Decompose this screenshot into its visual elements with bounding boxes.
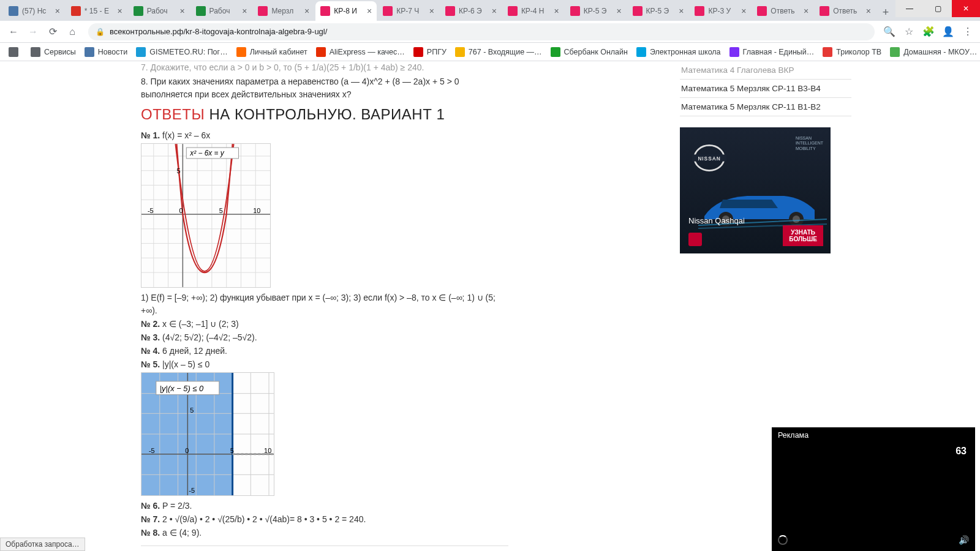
tab-close-icon[interactable]: × bbox=[616, 6, 621, 16]
bookmark-star-icon[interactable]: ☆ bbox=[902, 24, 916, 39]
bookmark-item-8[interactable]: Электронная школа bbox=[633, 45, 725, 59]
nav-forward-button[interactable]: → bbox=[24, 23, 42, 40]
tab-close-icon[interactable]: × bbox=[367, 6, 372, 16]
profile-avatar-icon[interactable]: 👤 bbox=[941, 24, 956, 39]
window-minimize-button[interactable]: — bbox=[895, 0, 924, 17]
ad-red-square-icon bbox=[688, 233, 702, 246]
toolbar-right-icons: 🔍 ☆ 🧩 👤 ⋮ bbox=[882, 24, 975, 39]
ad-cta-button[interactable]: УЗНАТЬБОЛЬШЕ bbox=[783, 225, 823, 246]
bookmark-item-10[interactable]: Триколор ТВ bbox=[819, 45, 885, 59]
browser-tab-6[interactable]: КР-7 Ч× bbox=[378, 1, 439, 21]
bookmark-item-2[interactable]: GISMETEO.RU: Пог… bbox=[132, 45, 231, 59]
page-viewport: 7. Докажите, что если a > 0 и b > 0, то … bbox=[0, 61, 980, 551]
tab-favicon-icon bbox=[633, 6, 643, 16]
tab-close-icon[interactable]: × bbox=[179, 6, 184, 16]
bookmark-favicon-icon bbox=[823, 47, 832, 57]
url-text: всеконтрольные.рф/kr-8-itogovaja-kontrol… bbox=[110, 27, 327, 36]
nav-reload-button[interactable]: ⟳ bbox=[44, 23, 61, 40]
browser-tab-12[interactable]: Ответь× bbox=[752, 1, 813, 21]
tab-title: КР-8 И bbox=[334, 7, 364, 15]
answer-8-line: № 8. a ∈ (4; 9). bbox=[141, 527, 508, 539]
bookmark-label: Электронная школа bbox=[650, 48, 721, 56]
tab-close-icon[interactable]: × bbox=[492, 6, 497, 16]
tab-close-icon[interactable]: × bbox=[554, 6, 559, 16]
bookmark-item-3[interactable]: Личный кабинет bbox=[233, 45, 311, 59]
browser-tab-9[interactable]: КР-5 Э× bbox=[565, 1, 627, 21]
sidebar-link-1[interactable]: Математика 5 Мерзляк СР-11 В3-В4 bbox=[680, 80, 851, 98]
bookmark-label: Новости bbox=[98, 48, 127, 56]
new-tab-button[interactable]: + bbox=[877, 4, 894, 21]
ad-tagline: NISSAN INTELLIGENT MOBILITY bbox=[796, 136, 823, 151]
tab-favicon-icon bbox=[383, 6, 393, 16]
tab-close-icon[interactable]: × bbox=[866, 6, 871, 16]
volume-icon[interactable]: 🔊 bbox=[959, 535, 969, 545]
tab-title: КР-4 Н bbox=[521, 7, 552, 15]
tab-close-icon[interactable]: × bbox=[429, 6, 434, 16]
svg-text:x² − 6x = y: x² − 6x = y bbox=[189, 149, 225, 157]
bookmark-item-4[interactable]: AliExpress — качес… bbox=[312, 45, 409, 59]
sidebar-ad[interactable]: NISSAN NISSAN INTELLIGENT MOBILITY Nissa… bbox=[680, 127, 831, 253]
tab-title: Ответь bbox=[833, 7, 864, 15]
tab-strip: (57) Нс×* 15 - Е×Рабоч×Рабоч×Мерзл×КР-8 … bbox=[0, 0, 980, 21]
tab-close-icon[interactable]: × bbox=[55, 6, 60, 16]
address-bar[interactable]: 🔒 всеконтрольные.рф/kr-8-itogovaja-kontr… bbox=[88, 23, 875, 40]
bookmark-favicon-icon bbox=[413, 47, 423, 57]
video-countdown: 63 bbox=[956, 446, 967, 457]
bookmark-item-11[interactable]: Домашняя - МКОУ… bbox=[886, 45, 980, 59]
window-controls: — ▢ ✕ bbox=[895, 0, 980, 17]
answer-1-details: 1) E(f) = [–9; +∞); 2) функция убывает п… bbox=[141, 291, 508, 317]
browser-tab-10[interactable]: КР-5 Э× bbox=[628, 1, 689, 21]
bookmark-item-7[interactable]: Сбербанк Онлайн bbox=[547, 45, 631, 59]
bookmark-favicon-icon bbox=[551, 47, 560, 57]
bookmark-item-6[interactable]: 767 - Входящие —… bbox=[451, 45, 546, 59]
tab-close-icon[interactable]: × bbox=[242, 6, 247, 16]
browser-tab-13[interactable]: Ответь× bbox=[815, 1, 876, 21]
bookmark-favicon-icon bbox=[890, 47, 900, 57]
answer-3-line: № 3. (4√2; 5√2); (–4√2; –5√2). bbox=[141, 331, 508, 344]
sidebar-link-0[interactable]: Математика 4 Глаголева ВКР bbox=[680, 61, 851, 80]
tab-close-icon[interactable]: × bbox=[118, 6, 123, 16]
browser-tab-1[interactable]: * 15 - Е× bbox=[66, 1, 127, 21]
svg-text:0: 0 bbox=[179, 207, 183, 214]
nav-back-button[interactable]: ← bbox=[5, 23, 22, 40]
bookmark-item-9[interactable]: Главная - Единый… bbox=[726, 45, 818, 59]
browser-tab-2[interactable]: Рабоч× bbox=[129, 1, 190, 21]
kebab-menu-icon[interactable]: ⋮ bbox=[960, 24, 975, 39]
bookmark-item-1[interactable]: Новости bbox=[81, 45, 131, 59]
problem-7-text: 7. Докажите, что если a > 0 и b > 0, то … bbox=[141, 61, 508, 74]
browser-tab-11[interactable]: КР-3 У× bbox=[690, 1, 751, 21]
extensions-icon[interactable]: 🧩 bbox=[921, 24, 936, 39]
video-ad-overlay[interactable]: Реклама 63 🔊 bbox=[772, 427, 975, 551]
tab-close-icon[interactable]: × bbox=[804, 6, 809, 16]
tab-close-icon[interactable]: × bbox=[679, 6, 684, 16]
loading-spinner-icon bbox=[778, 535, 788, 545]
status-bar: Обработка запроса… bbox=[0, 538, 85, 551]
tab-title: КР-5 Э bbox=[584, 7, 614, 15]
browser-tab-3[interactable]: Рабоч× bbox=[191, 1, 252, 21]
video-controls: 🔊 bbox=[772, 533, 975, 547]
browser-tab-4[interactable]: Мерзл× bbox=[253, 1, 314, 21]
svg-text:0: 0 bbox=[185, 447, 189, 454]
bookmarks-bar: СервисыНовостиGISMETEO.RU: Пог…Личный ка… bbox=[0, 43, 980, 61]
answer-1-line: № 1. f(x) = x² – 6x bbox=[141, 129, 508, 142]
bookmark-label: Триколор ТВ bbox=[836, 48, 881, 56]
bookmark-label: GISMETEO.RU: Пог… bbox=[149, 48, 227, 56]
browser-tab-8[interactable]: КР-4 Н× bbox=[503, 1, 564, 21]
tab-close-icon[interactable]: × bbox=[304, 6, 309, 16]
browser-tab-7[interactable]: КР-6 Э× bbox=[440, 1, 502, 21]
window-maximize-button[interactable]: ▢ bbox=[924, 0, 952, 17]
browser-tab-5[interactable]: КР-8 И× bbox=[315, 1, 377, 21]
tab-close-icon[interactable]: × bbox=[741, 6, 746, 16]
bookmark-item-0[interactable]: Сервисы bbox=[27, 45, 80, 59]
svg-point-59 bbox=[793, 216, 800, 223]
sidebar-link-2[interactable]: Математика 5 Мерзляк СР-11 В1-В2 bbox=[680, 98, 851, 116]
window-close-button[interactable]: ✕ bbox=[952, 0, 980, 17]
browser-tab-0[interactable]: (57) Нс× bbox=[4, 1, 65, 21]
search-in-page-icon[interactable]: 🔍 bbox=[882, 24, 897, 39]
nav-home-button[interactable]: ⌂ bbox=[64, 23, 81, 40]
content-divider bbox=[141, 545, 508, 546]
bookmarks-apps[interactable] bbox=[5, 45, 26, 59]
bookmark-item-5[interactable]: РПГУ bbox=[410, 45, 450, 59]
heading-rest: НА КОНТРОЛЬНУЮ. ВАРИАНТ 1 bbox=[205, 106, 445, 122]
heading-red-part: ОТВЕТЫ bbox=[141, 106, 205, 122]
